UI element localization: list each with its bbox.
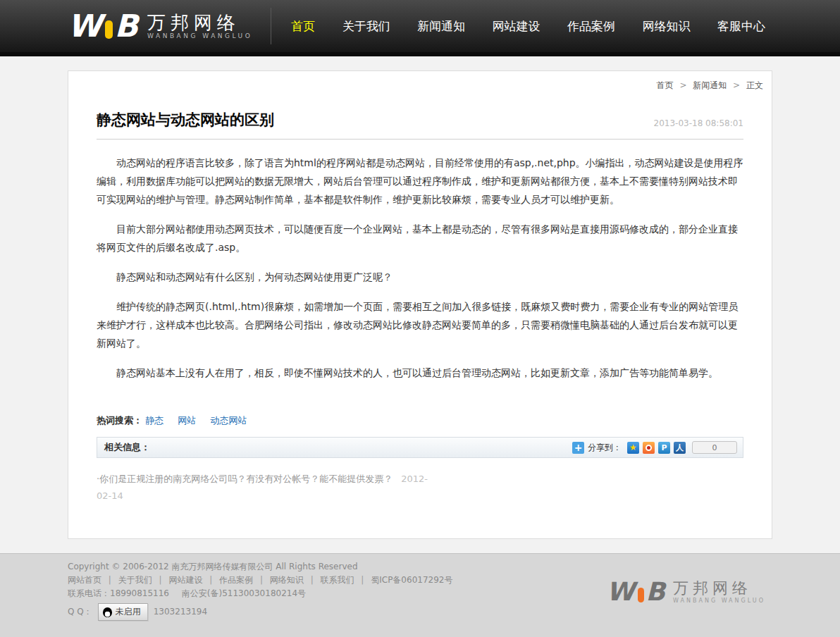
related-list-item: ·你们是正规注册的南充网络公司吗？有没有对公帐号？能不能提供发票？ 2012-0…: [97, 471, 435, 505]
header-divider: [271, 8, 271, 44]
article-paragraph: 静态网站基本上没有人在用了，相反，即使不懂网站技术的人，也可以通过后台管理动态网…: [97, 364, 743, 382]
footer-logo-letter-b: B: [646, 579, 666, 605]
site-footer: Copyright © 2006-2012 南充万邦网络传媒有限公司 All R…: [0, 553, 840, 637]
share-label: 分享到：: [588, 442, 622, 454]
qq-status-button[interactable]: 未启用: [98, 603, 148, 621]
qq-contact-line: Q Q： 未启用 1303213194: [68, 603, 772, 621]
footer-divider: |: [159, 575, 162, 585]
logo-subtitle: WANBANG WANGLUO: [147, 32, 252, 39]
hotwords-label: 热词搜索：: [97, 415, 142, 426]
article-body: 动态网站的程序语言比较多，除了语言为html的程序网站都是动态网站，目前经常使用…: [97, 154, 743, 382]
footer-divider: |: [209, 575, 212, 585]
footer-divider: |: [260, 575, 263, 585]
article-paragraph: 静态网站和动态网站有什么区别，为何动态网站使用更广泛呢？: [97, 268, 743, 286]
breadcrumb-current: 正文: [746, 80, 763, 90]
qq-number: 1303213194: [154, 605, 207, 619]
article-paragraph: 动态网站的程序语言比较多，除了语言为html的程序网站都是动态网站，目前经常使用…: [97, 154, 743, 209]
phone-label: 联系电话：: [68, 588, 110, 598]
breadcrumb-separator: >: [733, 80, 740, 90]
page-title: 静态网站与动态网站的区别: [97, 110, 274, 130]
footer-link-about[interactable]: 关于我们: [118, 575, 152, 585]
breadcrumb-separator: >: [679, 80, 686, 90]
main-nav: 首页 关于我们 新闻通知 网站建设 作品案例 网络知识 客服中心: [284, 13, 772, 40]
article-date: 2013-03-18 08:58:01: [654, 118, 743, 130]
related-item-link[interactable]: ·你们是正规注册的南充网络公司吗？有没有对公帐号？能不能提供发票？: [97, 474, 393, 484]
nav-item-cases[interactable]: 作品案例: [560, 13, 622, 40]
hotword-link-static[interactable]: 静态: [145, 415, 163, 426]
icp-number-link[interactable]: 蜀ICP备06017292号: [371, 575, 452, 585]
footer-link-webbuild[interactable]: 网站建设: [168, 575, 202, 585]
hotword-link-website[interactable]: 网站: [178, 415, 196, 426]
site-logo[interactable]: W B 万邦网络 WANBANG WANGLUO: [68, 11, 252, 42]
share-plus-icon[interactable]: +: [572, 442, 584, 454]
site-header: W B 万邦网络 WANBANG WANGLUO 首页 关于我们 新闻通知 网站…: [0, 0, 840, 56]
footer-logo-accent-bar: [638, 588, 644, 602]
hotwords-section: 热词搜索： 静态 网站 动态网站: [97, 414, 743, 427]
nav-item-home[interactable]: 首页: [284, 13, 322, 40]
article-paragraph: 目前大部分网站都使用动态网页技术，可以随便百度一个企业网站，基本上都是动态的，尽…: [97, 220, 743, 256]
phone-number: 18990815116: [110, 588, 169, 598]
police-record-number: 南公安(备)51130030180214号: [182, 588, 306, 598]
footer-link-knowledge[interactable]: 网络知识: [270, 575, 304, 585]
nav-item-webbuild[interactable]: 网站建设: [486, 13, 548, 40]
weibo-eye-glyph: [646, 445, 652, 451]
footer-logo-subtitle: WANBANG WANGLUO: [673, 598, 765, 604]
nav-item-knowledge[interactable]: 网络知识: [635, 13, 697, 40]
pengyou-share-icon[interactable]: P: [658, 442, 670, 454]
logo-letter-b: B: [115, 11, 140, 42]
related-info-bar: 相关信息： + 分享到： ★ P 人 0: [97, 437, 743, 458]
logo-accent-bar: [105, 20, 113, 39]
footer-divider: |: [361, 575, 364, 585]
nav-item-news[interactable]: 新闻通知: [410, 13, 472, 40]
footer-logo-badge-icon: W B: [607, 579, 666, 605]
footer-divider: |: [311, 575, 314, 585]
logo-letter-w: W: [68, 11, 103, 42]
hotword-link-dynamic-website[interactable]: 动态网站: [210, 415, 247, 426]
footer-link-cases[interactable]: 作品案例: [219, 575, 253, 585]
copyright-text: Copyright © 2006-2012 南充万邦网络传媒有限公司 All R…: [68, 560, 772, 574]
qq-penguin-icon: [103, 607, 112, 617]
qzone-share-icon[interactable]: ★: [627, 442, 639, 454]
weibo-share-icon[interactable]: [643, 442, 655, 454]
footer-link-contact[interactable]: 联系我们: [321, 575, 354, 585]
breadcrumb-news[interactable]: 新闻通知: [693, 80, 727, 90]
footer-logo: W B 万邦网络 WANBANG WANGLUO: [607, 579, 765, 605]
share-toolbar: + 分享到： ★ P 人 0: [572, 441, 737, 454]
nav-item-about[interactable]: 关于我们: [335, 13, 397, 40]
qq-status-text: 未启用: [116, 605, 141, 619]
footer-logo-letter-w: W: [607, 579, 636, 605]
renren-share-icon[interactable]: 人: [674, 442, 686, 454]
logo-name: 万邦网络: [147, 13, 252, 33]
logo-badge-icon: W B: [68, 11, 139, 42]
article-paragraph: 维护传统的静态网页(.html,.htm)很麻烦，如需增加一个页面，需要相互之间…: [97, 297, 743, 352]
nav-item-service[interactable]: 客服中心: [710, 13, 772, 40]
footer-divider: |: [109, 575, 111, 585]
breadcrumb: 首页 > 新闻通知 > 正文: [97, 71, 763, 92]
footer-link-home[interactable]: 网站首页: [68, 575, 101, 585]
breadcrumb-home[interactable]: 首页: [657, 80, 674, 90]
content-card: 首页 > 新闻通知 > 正文 静态网站与动态网站的区别 2013-03-18 0…: [68, 70, 772, 539]
footer-logo-name: 万邦网络: [673, 580, 765, 597]
related-info-label: 相关信息：: [104, 441, 150, 454]
qq-label: Q Q：: [68, 605, 92, 619]
share-count-badge[interactable]: 0: [692, 441, 737, 454]
